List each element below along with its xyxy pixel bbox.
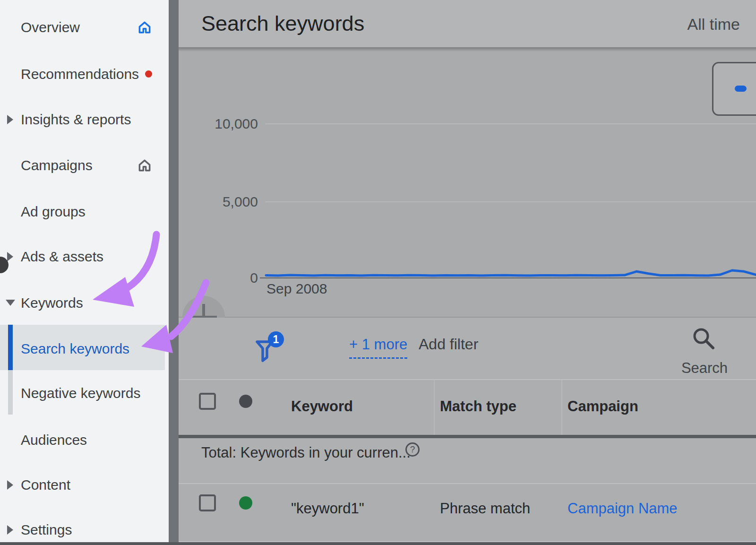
chart-legend-box[interactable] xyxy=(712,62,756,116)
column-header-campaign[interactable]: Campaign xyxy=(567,398,638,415)
sidebar-item-settings[interactable]: Settings xyxy=(0,519,169,540)
sidebar-item-ad-groups[interactable]: Ad groups xyxy=(0,201,169,222)
chevron-right-icon xyxy=(7,525,13,535)
total-row-label: Total: Keywords in your curren... xyxy=(201,444,411,461)
help-icon[interactable]: ? xyxy=(405,442,420,457)
sidebar-item-ads-assets[interactable]: Ads & assets xyxy=(0,246,169,267)
sidebar-item-label: Search keywords xyxy=(21,341,129,357)
sidebar-item-campaigns[interactable]: Campaigns xyxy=(0,155,169,176)
google-ads-search-keywords-page: Overview Recommendations Insights & repo… xyxy=(0,0,756,545)
gridline-10000 xyxy=(265,123,756,124)
column-header-keyword[interactable]: Keyword xyxy=(291,398,353,415)
sidebar-item-negative-keywords[interactable]: Negative keywords xyxy=(0,383,169,404)
cell-keyword: "keyword1" xyxy=(291,500,364,517)
page-header: Search keywords All time xyxy=(179,0,756,47)
sidebar-item-insights-reports[interactable]: Insights & reports xyxy=(0,109,169,130)
row-checkbox[interactable] xyxy=(199,494,216,511)
sidebar-item-label: Audiences xyxy=(21,432,87,448)
legend-series-swatch xyxy=(735,86,747,92)
sidebar-item-label: Content xyxy=(21,477,70,493)
filter-toolbar: 1 + 1 more Add filter Search xyxy=(179,318,756,379)
filter-count-badge[interactable]: 1 xyxy=(268,331,284,347)
search-button[interactable]: Search xyxy=(676,324,733,376)
search-icon xyxy=(691,326,716,351)
table-row[interactable]: "keyword1" Phrase match Campaign Name xyxy=(179,484,756,541)
table-total-row: Total: Keywords in your curren... ? xyxy=(179,438,756,483)
y-axis-tick-0: 0 xyxy=(187,270,258,286)
header-shadow xyxy=(179,47,756,52)
status-column-icon xyxy=(239,395,252,408)
cell-campaign-link[interactable]: Campaign Name xyxy=(567,500,678,517)
column-header-match-type[interactable]: Match type xyxy=(440,398,516,415)
sidebar-item-search-keywords[interactable]: Search keywords xyxy=(0,338,169,359)
sidebar-item-keywords[interactable]: Keywords xyxy=(0,293,169,313)
add-filter-button[interactable]: Add filter xyxy=(419,336,478,353)
sidebar-item-audiences[interactable]: Audiences xyxy=(0,430,169,450)
sidebar-item-label: Negative keywords xyxy=(21,385,140,401)
y-axis-tick-10000: 10,000 xyxy=(187,116,258,132)
more-filters-link[interactable]: + 1 more xyxy=(349,336,407,359)
status-enabled-icon xyxy=(239,496,252,510)
sidebar-item-label: Ads & assets xyxy=(21,249,103,265)
date-range-selector[interactable]: All time xyxy=(687,15,740,34)
chevron-right-icon xyxy=(7,252,13,261)
sidebar-item-recommendations[interactable]: Recommendations xyxy=(0,64,169,85)
table-header-row: Keyword Match type Campaign xyxy=(179,380,756,435)
sidebar-scrollbar[interactable] xyxy=(169,0,179,545)
sidebar-item-label: Overview xyxy=(21,19,80,35)
page-title: Search keywords xyxy=(201,11,364,36)
sidebar-item-overview[interactable]: Overview xyxy=(0,17,169,38)
sidebar-item-label: Settings xyxy=(21,522,72,538)
table-header-bottom-border xyxy=(179,435,756,438)
chevron-right-icon xyxy=(7,480,13,490)
bottom-edge-bar xyxy=(0,542,756,545)
cell-match-type: Phrase match xyxy=(440,500,530,517)
notification-dot-icon xyxy=(145,70,152,78)
main-content: Search keywords All time 10,000 5,000 0 … xyxy=(179,0,756,545)
home-icon xyxy=(137,158,152,173)
x-axis-start-label: Sep 2008 xyxy=(266,281,327,297)
sidebar-item-label: Keywords xyxy=(21,295,83,311)
y-axis-tick-5000: 5,000 xyxy=(187,194,258,210)
sidebar-item-label: Campaigns xyxy=(21,157,93,173)
chevron-down-icon xyxy=(6,300,15,306)
select-all-checkbox[interactable] xyxy=(199,393,216,410)
sidebar-item-label: Ad groups xyxy=(21,204,86,220)
gridline-5000 xyxy=(265,201,756,202)
sidebar-item-content[interactable]: Content xyxy=(0,475,169,495)
sidebar-nav: Overview Recommendations Insights & repo… xyxy=(0,0,169,545)
home-icon xyxy=(137,20,152,35)
sidebar-item-label: Insights & reports xyxy=(21,112,131,128)
search-button-label: Search xyxy=(676,360,733,377)
chevron-right-icon xyxy=(7,115,13,124)
zero-tick-mark xyxy=(260,277,266,278)
sidebar-item-label: Recommendations xyxy=(21,66,139,82)
